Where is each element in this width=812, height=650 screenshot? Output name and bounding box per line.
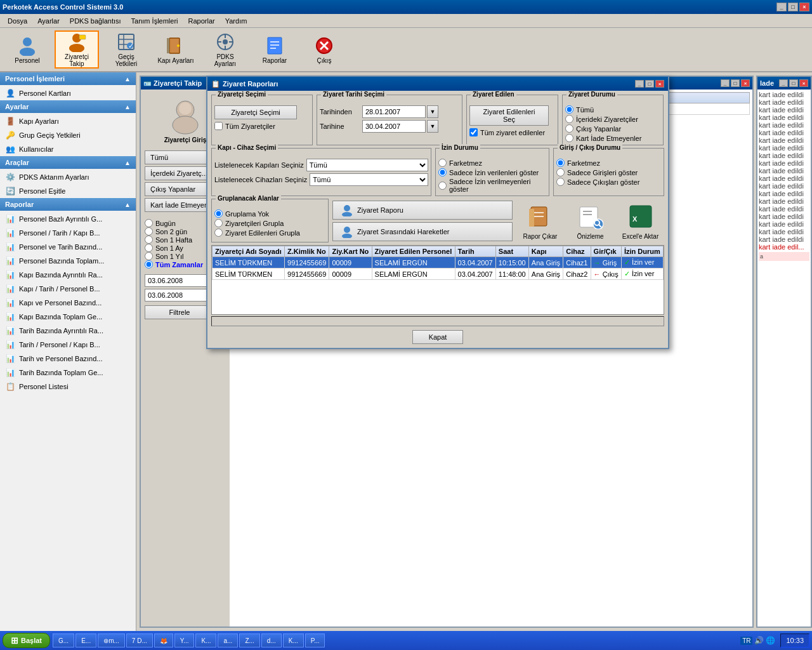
iz-sadece-izinsiz[interactable]: Sadece İzin verilmeyenleri göster [438,178,546,193]
ziyaret-raporu-btn[interactable]: Ziyaret Raporu [332,201,513,220]
zd-tumu[interactable]: Tümü [565,105,660,114]
close-button[interactable]: × [799,3,809,11]
sidebar-item-kapi[interactable]: 🚪 Kapı Ayarları [0,114,136,128]
toolbar-kapi[interactable]: Kapı Ayarları [154,30,198,69]
sidebar-item-rapor6[interactable]: 📊 Kapı / Tarih / Personel B... [0,282,136,296]
sidebar-item-personel-listesi[interactable]: 📋 Personel Listesi [0,380,136,394]
sidebar-item-rapor5[interactable]: 📊 Kapı Bazında Ayrıntılı Ra... [0,268,136,282]
table-row-2[interactable]: SELİM TÜRKMEN 9912455669 00009 SELAMİ ER… [213,269,664,280]
menu-dosya[interactable]: Dosya [3,16,32,26]
toolbar-cikis[interactable]: Çıkış [302,30,346,69]
sidebar-section-araclar[interactable]: Araçlar ▲ [0,156,136,169]
sidebar-collapse-araclar[interactable]: ▲ [124,159,131,166]
tarihinden-input[interactable] [362,105,426,118]
sidebar-item-rapor8[interactable]: 📊 Kapı Bazında Toplam Ge... [0,310,136,324]
zd-icerdeki[interactable]: İçerideki Ziyaretçiler [565,115,660,123]
zd-cikis[interactable]: Çıkış Yapanlar [565,124,660,133]
ziyaret-edilenleri-sec-btn[interactable]: Ziyaret Edilenleri Seç [469,105,549,126]
toolbar-pdks[interactable]: PDKS Ayarları [203,30,247,69]
sidebar-item-rapor12[interactable]: 📊 Tarih Bazında Toplam Ge... [0,366,136,380]
taskbar-item-10[interactable]: d... [261,633,282,647]
kapat-btn[interactable]: Kapat [412,330,463,344]
tum-ziyaret-input[interactable] [469,128,478,136]
inner-close-btn[interactable]: × [741,79,750,87]
sidebar-item-personel-esitle[interactable]: 🔄 Personel Eşitle [0,184,136,198]
inner-minimize-btn[interactable]: _ [721,79,730,87]
menu-tanim[interactable]: Tanım İşlemleri [126,16,183,26]
taskbar-item-11[interactable]: K... [283,633,304,647]
sidebar-item-rapor2[interactable]: 📊 Personel / Tarih / Kapı B... [0,226,136,240]
toolbar-gecis[interactable]: ✓ Geçiş Yetkileri [104,30,148,69]
rapor-cikar-btn[interactable]: Rapor Çıkar [516,199,564,242]
excele-aktar-btn[interactable]: X Excel'e Aktar [617,199,664,242]
taskbar-item-2[interactable]: E... [75,633,96,647]
gc-farketmez[interactable]: Farketmez [556,159,661,167]
sidebar-section-personel-toggle[interactable]: ▲ [124,76,131,83]
taskbar-item-9[interactable]: Z... [239,633,259,647]
sidebar-item-rapor4[interactable]: 📊 Personel Bazında Toplam... [0,254,136,268]
filtrele-btn[interactable]: Filtrele [145,305,214,319]
sidebar-item-pdks-aktarim[interactable]: ⚙️ PDKS Aktarım Ayarları [0,170,136,184]
menu-ayarlar[interactable]: Ayarlar [32,16,65,26]
gc-sadece-giris[interactable]: Sadece Girişleri göster [556,168,661,176]
gr-ziyaret-edilen[interactable]: Ziyaret Edilenleri Grupla [214,229,325,237]
sidebar-item-personel-kartlari[interactable]: 👤 Personel Kartları [0,86,136,100]
sidebar-section-ayarlar[interactable]: Ayarlar ▲ [0,100,136,113]
gr-ziyaretci[interactable]: Ziyaretçileri Grupla [214,219,325,227]
inner-maximize-btn[interactable]: □ [731,79,740,87]
sidebar-collapse-raporlar[interactable]: ▲ [124,201,131,208]
right-panel-close[interactable]: × [799,79,808,87]
taskbar-item-7[interactable]: K... [195,633,216,647]
menu-pdks[interactable]: PDKS bağlantısı [65,16,126,26]
filter-date1[interactable] [145,274,214,287]
taskbar-item-12[interactable]: P... [305,633,325,647]
dialog-minimize-btn[interactable]: _ [635,80,644,88]
minimize-button[interactable]: _ [776,3,787,11]
ziyaret-hareketler-btn[interactable]: Ziyaret Sırasındaki Hareketler [332,222,513,241]
tum-ziyaretciler-input[interactable] [214,122,223,130]
tum-ziyaretciler-check[interactable]: Tüm Ziyaretçiler [214,122,310,130]
toolbar-ziyaretci[interactable]: Ziyaretçi Takip [55,30,99,69]
zd-kart[interactable]: Kart İade Etmeyenler [565,134,660,142]
tarihine-calendar-btn[interactable]: ▼ [427,120,438,133]
sidebar-item-rapor9[interactable]: 📊 Tarih Bazında Ayrıntılı Ra... [0,324,136,338]
dialog-close-btn[interactable]: × [655,80,664,88]
sidebar-item-kullanici[interactable]: 👥 Kullanıcılar [0,142,136,156]
gr-yok[interactable]: Gruplama Yok [214,209,325,218]
taskbar-item-8[interactable]: a... [218,633,238,647]
right-panel-max[interactable]: □ [789,79,798,87]
toolbar-raporlar[interactable]: Raporlar [252,30,297,69]
sidebar-collapse-ayarlar[interactable]: ▲ [124,103,131,110]
right-panel-min[interactable]: _ [779,79,788,87]
sidebar-section-raporlar[interactable]: Raporlar ▲ [0,198,136,211]
menu-raporlar[interactable]: Raporlar [183,16,220,26]
taskbar-item-1[interactable]: G... [53,633,74,647]
kapi-combo[interactable]: Tümü [306,159,428,171]
taskbar-item-3[interactable]: ⊛m... [98,633,125,647]
taskbar-item-6[interactable]: Y... [174,633,195,647]
iz-sadece-izin[interactable]: Sadece İzin verilenleri göster [438,168,546,176]
gc-sadece-cikis[interactable]: Sadece Çıkışları göster [556,178,661,186]
filter-date2[interactable] [145,289,214,302]
ziyaretci-secimi-btn[interactable]: Ziyaretçi Seçimi [214,105,297,119]
start-button[interactable]: ⊞ Başlat [3,633,50,648]
tarihine-input[interactable] [362,120,426,133]
sidebar-item-rapor1[interactable]: 📊 Personel Bazlı Ayrıntılı G... [0,212,136,226]
sidebar-section-personel[interactable]: Personel İşlemleri ▲ [0,72,136,85]
sidebar-item-rapor10[interactable]: 📊 Tarih / Personel / Kapı B... [0,338,136,352]
cihaz-combo[interactable]: Tümü [310,173,428,186]
taskbar-item-5[interactable]: 🦊 [154,633,173,647]
tum-ziyaret-edilenler-check[interactable]: Tüm ziyaret edilenler [469,128,555,136]
maximize-button[interactable]: □ [788,3,798,11]
dialog-maximize-btn[interactable]: □ [645,80,654,88]
sidebar-item-rapor11[interactable]: 📊 Tarih ve Personel Bazınd... [0,352,136,366]
menu-yardim[interactable]: Yardım [220,16,252,26]
sidebar-item-rapor7[interactable]: 📊 Kapı ve Personel Bazınd... [0,296,136,310]
sidebar-item-grup[interactable]: 🔑 Grup Geçiş Yetkileri [0,128,136,142]
toolbar-personel[interactable]: Personel [5,30,49,69]
taskbar-item-4[interactable]: 7 D... [126,633,153,647]
onizleme-btn[interactable]: Önizleme [566,199,614,242]
table-row-1[interactable]: SELİM TÜRKMEN 9912455669 00009 SELAMİ ER… [213,257,664,269]
tarihinden-calendar-btn[interactable]: ▼ [427,105,438,118]
iz-farketmez[interactable]: Farketmez [438,159,546,167]
